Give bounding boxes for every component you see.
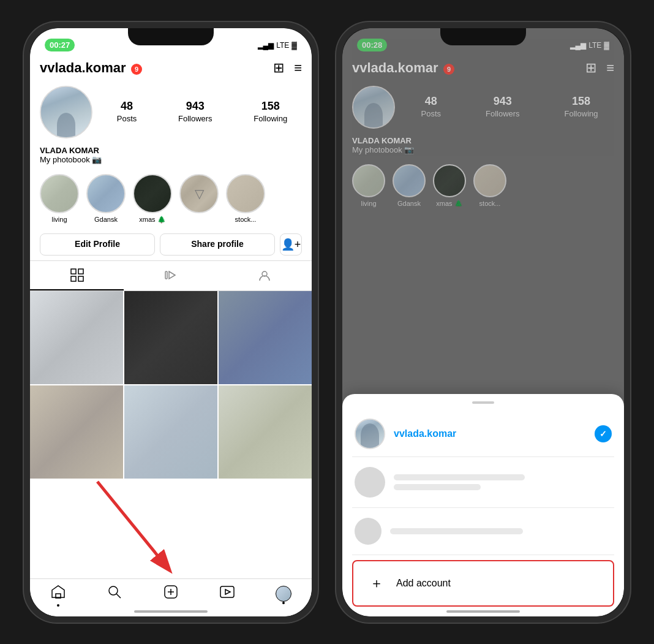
menu-icon-2: ≡ — [606, 60, 614, 76]
followers-label-2: Followers — [486, 109, 520, 118]
highlight-living[interactable]: living — [40, 174, 79, 224]
action-buttons-1: Edit Profile Share profile 👤+ — [30, 229, 312, 260]
highlight-heart[interactable]: ▽ — [179, 174, 219, 224]
highlight-label-living-2: living — [361, 200, 376, 207]
highlight-circle-xmas — [133, 174, 172, 213]
nav-reels[interactable] — [219, 584, 235, 604]
followers-stat-2: 943 Followers — [486, 95, 520, 119]
username-text-2: vvlada.komar — [352, 60, 438, 75]
highlight-gdansk[interactable]: Gdansk — [86, 174, 126, 224]
svg-line-11 — [116, 594, 121, 598]
notification-badge-1: 9 — [131, 64, 142, 75]
highlight-circle-gdansk — [86, 174, 126, 213]
battery-icon-2: ▓ — [604, 41, 609, 50]
ig-header-1: vvlada.komar 9 ⊞ ≡ — [30, 55, 312, 81]
nav-profile[interactable] — [276, 586, 291, 602]
add-account-label: Add account — [396, 578, 451, 589]
highlight-circle-gdansk-2 — [393, 164, 426, 197]
highlight-label-xmas-2: xmas 🌲 — [436, 200, 462, 208]
posts-label: Posts — [117, 114, 137, 123]
highlight-gdansk-2: Gdansk — [393, 164, 426, 208]
posts-stat-2: 48 Posts — [421, 95, 441, 119]
notch-1 — [128, 28, 214, 45]
profile-section-1: 48 Posts 943 Followers 158 Following — [30, 81, 312, 143]
posts-stat[interactable]: 48 Posts — [117, 100, 137, 124]
highlight-xmas[interactable]: xmas 🌲 — [133, 174, 172, 224]
sheet-avatar-person — [356, 420, 384, 448]
bio-section-2: VLADA KOMAR My photobook 📷 — [342, 134, 624, 159]
posts-label-2: Posts — [421, 109, 441, 118]
profile-section-2: 48 Posts 943 Followers 158 Following — [342, 81, 624, 134]
account-row-active[interactable]: vvlada.komar ✓ — [342, 411, 624, 456]
sheet-avatar — [355, 419, 385, 449]
follow-suggestions-button[interactable]: 👤+ — [280, 233, 302, 256]
highlight-label-stock: stock... — [235, 216, 257, 223]
svg-rect-5 — [165, 271, 167, 279]
highlight-circle-stock — [226, 174, 265, 213]
header-icons-2: ⊞ ≡ — [585, 60, 614, 76]
bio-name-2: VLADA KOMAR — [352, 136, 614, 145]
tab-tagged[interactable] — [218, 261, 312, 290]
tab-bar-1 — [30, 260, 312, 291]
highlight-circle-living-2 — [352, 164, 385, 197]
ghost-account-row-2[interactable] — [342, 508, 624, 555]
screen-1: 00:27 ▂▄▆ LTE ▓ vvlada.komar 9 ⊞ ≡ — [30, 28, 312, 616]
posts-number-2: 48 — [421, 95, 441, 108]
ghost-line-1a — [394, 474, 525, 480]
highlight-label-stock-2: stock... — [479, 200, 501, 207]
tab-reels[interactable] — [124, 261, 217, 290]
nav-create[interactable] — [163, 584, 179, 604]
highlight-stock-2: stock... — [473, 164, 506, 208]
phone-1: 00:27 ▂▄▆ LTE ▓ vvlada.komar 9 ⊞ ≡ — [24, 22, 318, 623]
highlights-1: living Gdansk xmas 🌲 ▽ stock... — [30, 169, 312, 229]
screen-2: 00:28 ▂▄▆ LTE ▓ vvlada.komar 9 ⊞ ≡ — [342, 28, 624, 616]
ghost-lines-1 — [394, 474, 612, 490]
photo-1[interactable] — [30, 291, 123, 384]
network-label-2: LTE — [588, 41, 601, 50]
svg-marker-4 — [169, 271, 175, 279]
photo-3[interactable] — [219, 291, 312, 384]
nav-search[interactable] — [107, 584, 122, 604]
header-username-1: vvlada.komar 9 — [40, 60, 142, 76]
svg-rect-2 — [71, 276, 76, 281]
highlight-circle-stock-2 — [473, 164, 506, 197]
followers-stat[interactable]: 943 Followers — [178, 100, 212, 124]
check-circle: ✓ — [595, 425, 612, 442]
network-label: LTE — [276, 41, 289, 50]
photo-2[interactable] — [124, 291, 217, 384]
photo-5[interactable] — [124, 385, 217, 479]
photo-6[interactable] — [219, 385, 312, 479]
tab-grid[interactable] — [30, 261, 124, 290]
highlight-living-2: living — [352, 164, 385, 208]
avatar-2 — [352, 86, 395, 129]
avatar-person-1 — [41, 87, 91, 137]
edit-profile-button[interactable]: Edit Profile — [40, 233, 155, 256]
sheet-account-name: vvlada.komar — [394, 428, 586, 439]
svg-rect-1 — [78, 269, 83, 274]
notch-2 — [440, 28, 526, 45]
nav-home[interactable] — [50, 584, 66, 604]
sheet-handle — [472, 401, 494, 404]
add-account-button[interactable]: ＋ Add account — [352, 560, 614, 607]
ghost-account-row-1[interactable] — [342, 457, 624, 507]
menu-icon[interactable]: ≡ — [294, 60, 302, 76]
grid-icon — [70, 268, 84, 282]
svg-rect-15 — [220, 586, 234, 597]
photo-4[interactable] — [30, 385, 123, 479]
svg-rect-0 — [71, 269, 76, 274]
ghost-line-2a — [390, 528, 523, 534]
highlight-stock[interactable]: stock... — [226, 174, 265, 224]
svg-line-8 — [97, 482, 165, 564]
avatar-person-2 — [353, 87, 394, 127]
add-post-icon[interactable]: ⊞ — [273, 60, 284, 76]
ghost-line-1b — [394, 484, 481, 490]
header-icons-1: ⊞ ≡ — [273, 60, 302, 76]
followers-label: Followers — [178, 114, 212, 123]
stats-row-2: 48 Posts 943 Followers 158 Following — [405, 95, 614, 119]
signal-icon: ▂▄▆ — [258, 41, 274, 50]
following-stat[interactable]: 158 Following — [254, 100, 287, 124]
status-time-1: 00:27 — [45, 39, 75, 51]
following-label: Following — [254, 114, 287, 123]
highlight-label-gdansk: Gdansk — [94, 216, 118, 223]
share-profile-button[interactable]: Share profile — [160, 233, 275, 256]
